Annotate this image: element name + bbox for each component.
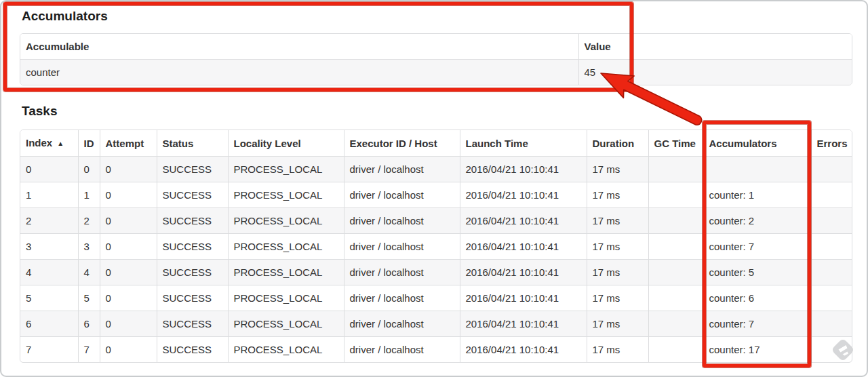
tasks-header-attempt[interactable]: Attempt — [100, 130, 157, 157]
task-cell-attempt: 0 — [100, 182, 157, 208]
task-cell-index: 1 — [20, 182, 78, 208]
task-cell-index: 5 — [20, 285, 78, 311]
task-row: 110SUCCESSPROCESS_LOCALdriver / localhos… — [20, 182, 852, 208]
task-cell-duration: 17 ms — [587, 182, 648, 208]
task-cell-gc-time — [648, 234, 703, 260]
task-cell-attempt: 0 — [100, 337, 157, 363]
task-cell-executor-id-host: driver / localhost — [344, 234, 460, 260]
task-cell-id: 2 — [78, 208, 100, 234]
task-cell-launch-time: 2016/04/21 10:10:41 — [460, 285, 587, 311]
tasks-header-index-label: Index — [26, 137, 52, 148]
task-cell-accumulators — [703, 157, 811, 182]
task-cell-status: SUCCESS — [157, 234, 228, 260]
tasks-header-index[interactable]: Index▲ — [20, 130, 78, 157]
task-cell-accumulators: counter: 7 — [703, 311, 811, 337]
task-cell-index: 2 — [20, 208, 78, 234]
task-cell-index: 6 — [20, 311, 78, 337]
task-cell-launch-time: 2016/04/21 10:10:41 — [460, 311, 587, 337]
task-row: 440SUCCESSPROCESS_LOCALdriver / localhos… — [20, 260, 852, 285]
task-cell-gc-time — [648, 311, 703, 337]
tasks-header-launch-time[interactable]: Launch Time — [460, 130, 587, 157]
task-cell-accumulators: counter: 5 — [703, 260, 811, 285]
task-cell-id: 6 — [78, 311, 100, 337]
task-cell-executor-id-host: driver / localhost — [344, 311, 460, 337]
tasks-section-title: Tasks — [22, 104, 57, 119]
task-cell-attempt: 0 — [100, 234, 157, 260]
task-cell-gc-time — [648, 260, 703, 285]
task-cell-executor-id-host: driver / localhost — [344, 208, 460, 234]
task-cell-id: 5 — [78, 285, 100, 311]
task-cell-locality-level: PROCESS_LOCAL — [228, 311, 344, 337]
task-cell-gc-time — [648, 157, 703, 182]
accumulable-cell-accumulable: counter — [20, 60, 578, 85]
accumulators-header-row: Accumulable Value — [20, 34, 852, 60]
tasks-header-locality-level[interactable]: Locality Level — [228, 130, 344, 157]
task-cell-accumulators: counter: 17 — [703, 337, 811, 363]
tasks-table-grid: Index▲ ID Attempt Status Locality Level … — [20, 130, 852, 362]
task-cell-errors — [811, 311, 852, 337]
task-cell-status: SUCCESS — [157, 311, 228, 337]
task-cell-id: 1 — [78, 182, 100, 208]
task-cell-errors — [811, 234, 852, 260]
task-cell-executor-id-host: driver / localhost — [344, 182, 460, 208]
task-cell-duration: 17 ms — [587, 260, 648, 285]
task-cell-status: SUCCESS — [157, 337, 228, 363]
sort-ascending-icon: ▲ — [57, 140, 64, 147]
tasks-table: Index▲ ID Attempt Status Locality Level … — [20, 130, 852, 363]
accumulators-section-title: Accumulators — [22, 9, 108, 24]
task-cell-locality-level: PROCESS_LOCAL — [228, 260, 344, 285]
tasks-header-gc-time[interactable]: GC Time — [648, 130, 703, 157]
task-cell-accumulators: counter: 2 — [703, 208, 811, 234]
task-cell-status: SUCCESS — [157, 285, 228, 311]
task-row: 660SUCCESSPROCESS_LOCALdriver / localhos… — [20, 311, 852, 337]
task-cell-status: SUCCESS — [157, 208, 228, 234]
task-cell-launch-time: 2016/04/21 10:10:41 — [460, 260, 587, 285]
task-cell-gc-time — [648, 182, 703, 208]
task-cell-id: 0 — [78, 157, 100, 182]
tasks-header-executor-id-host[interactable]: Executor ID / Host — [344, 130, 460, 157]
task-cell-launch-time: 2016/04/21 10:10:41 — [460, 234, 587, 260]
task-cell-duration: 17 ms — [587, 285, 648, 311]
task-cell-launch-time: 2016/04/21 10:10:41 — [460, 337, 587, 363]
accumulators-table-grid: Accumulable Value counter45 — [20, 34, 852, 85]
task-cell-duration: 17 ms — [587, 234, 648, 260]
task-cell-duration: 17 ms — [587, 337, 648, 363]
task-row: 220SUCCESSPROCESS_LOCALdriver / localhos… — [20, 208, 852, 234]
task-cell-id: 4 — [78, 260, 100, 285]
tasks-header-status[interactable]: Status — [157, 130, 228, 157]
spark-stage-details-page: Accumulators Accumulable Value counter45… — [0, 0, 868, 377]
task-cell-errors — [811, 260, 852, 285]
value-column-header: Value — [578, 34, 852, 60]
tasks-header-duration[interactable]: Duration — [587, 130, 648, 157]
task-cell-locality-level: PROCESS_LOCAL — [228, 234, 344, 260]
task-cell-errors — [811, 182, 852, 208]
tasks-table-body: 000SUCCESSPROCESS_LOCALdriver / localhos… — [20, 157, 852, 363]
task-row: 550SUCCESSPROCESS_LOCALdriver / localhos… — [20, 285, 852, 311]
task-cell-executor-id-host: driver / localhost — [344, 157, 460, 182]
tasks-header-accumulators[interactable]: Accumulators — [703, 130, 811, 157]
task-cell-duration: 17 ms — [587, 311, 648, 337]
task-cell-executor-id-host: driver / localhost — [344, 260, 460, 285]
task-cell-id: 3 — [78, 234, 100, 260]
task-cell-accumulators: counter: 1 — [703, 182, 811, 208]
task-row: 000SUCCESSPROCESS_LOCALdriver / localhos… — [20, 157, 852, 182]
accumulable-cell-value: 45 — [578, 60, 852, 85]
task-cell-accumulators: counter: 6 — [703, 285, 811, 311]
tasks-header-errors[interactable]: Errors — [811, 130, 852, 157]
task-cell-duration: 17 ms — [587, 157, 648, 182]
task-cell-locality-level: PROCESS_LOCAL — [228, 337, 344, 363]
task-cell-attempt: 0 — [100, 311, 157, 337]
tasks-header-id[interactable]: ID — [78, 130, 100, 157]
task-cell-locality-level: PROCESS_LOCAL — [228, 208, 344, 234]
task-cell-errors — [811, 208, 852, 234]
task-cell-index: 3 — [20, 234, 78, 260]
task-cell-launch-time: 2016/04/21 10:10:41 — [460, 208, 587, 234]
accumulable-column-header: Accumulable — [20, 34, 578, 60]
task-cell-errors — [811, 157, 852, 182]
task-cell-executor-id-host: driver / localhost — [344, 337, 460, 363]
task-cell-attempt: 0 — [100, 208, 157, 234]
task-cell-index: 0 — [20, 157, 78, 182]
task-cell-index: 4 — [20, 260, 78, 285]
task-cell-launch-time: 2016/04/21 10:10:41 — [460, 182, 587, 208]
task-cell-errors — [811, 337, 852, 363]
